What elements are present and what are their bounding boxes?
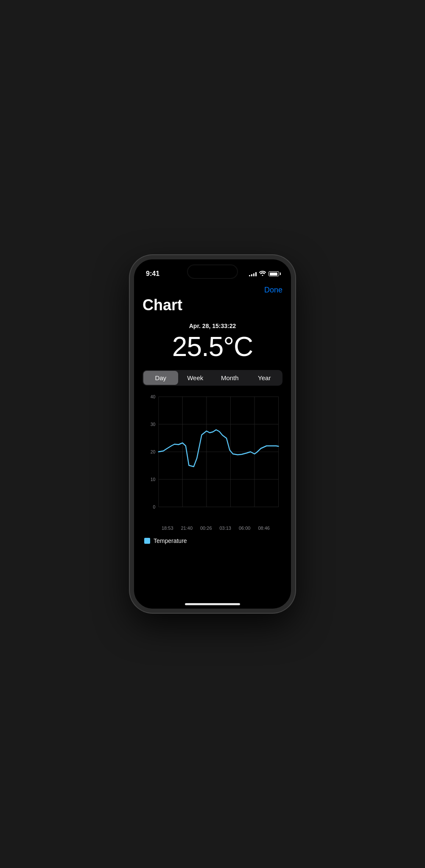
home-indicator xyxy=(185,603,240,605)
dynamic-island xyxy=(187,264,238,279)
page-title: Chart xyxy=(143,296,282,314)
legend: Temperature xyxy=(143,536,282,546)
ylabel-30: 30 xyxy=(151,422,156,427)
signal-bar-3 xyxy=(253,273,254,276)
done-button[interactable]: Done xyxy=(264,286,282,295)
signal-bar-1 xyxy=(249,275,250,276)
seg-btn-week[interactable]: Week xyxy=(178,371,213,385)
legend-color-square xyxy=(144,538,150,544)
signal-bars-icon xyxy=(249,271,257,276)
chart-svg: 40 30 20 10 0 xyxy=(143,392,282,520)
header-row: Done xyxy=(143,282,282,296)
ylabel-40: 40 xyxy=(151,394,156,399)
chart-container: 40 30 20 10 0 xyxy=(143,392,282,520)
time-label-3: 00:26 xyxy=(200,526,212,531)
signal-bar-4 xyxy=(255,272,257,276)
phone-inner: 9:41 Done xyxy=(134,259,291,609)
status-icons xyxy=(249,271,279,277)
segmented-control: Day Week Month Year xyxy=(143,370,282,386)
battery-fill xyxy=(270,273,277,275)
time-labels: 18:53 21:40 00:26 03:13 06:00 08:46 xyxy=(143,524,282,531)
time-label-6: 08:46 xyxy=(258,526,270,531)
wifi-icon xyxy=(259,271,266,277)
signal-bar-2 xyxy=(251,274,252,276)
app-content: Done Chart Apr. 28, 15:33:22 25.5°C Day … xyxy=(134,282,291,546)
seg-btn-year[interactable]: Year xyxy=(247,371,282,385)
chart-value: 25.5°C xyxy=(143,331,282,362)
seg-btn-day[interactable]: Day xyxy=(143,371,178,385)
ylabel-0: 0 xyxy=(153,504,155,509)
seg-btn-month[interactable]: Month xyxy=(212,371,247,385)
legend-label: Temperature xyxy=(154,537,187,544)
ylabel-20: 20 xyxy=(151,449,156,454)
time-label-4: 03:13 xyxy=(219,526,231,531)
chart-timestamp: Apr. 28, 15:33:22 xyxy=(143,323,282,329)
status-time: 9:41 xyxy=(146,270,159,278)
battery-icon xyxy=(268,271,279,276)
phone-frame: 9:41 Done xyxy=(130,255,295,613)
time-label-5: 06:00 xyxy=(239,526,251,531)
temperature-line xyxy=(159,430,279,467)
time-label-1: 18:53 xyxy=(162,526,173,531)
ylabel-10: 10 xyxy=(151,477,156,482)
time-label-2: 21:40 xyxy=(181,526,193,531)
